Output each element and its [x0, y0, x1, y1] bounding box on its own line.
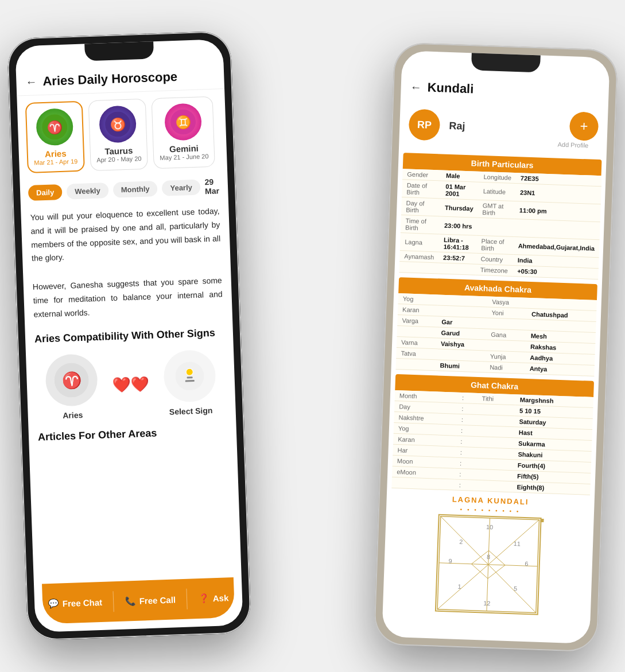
svg-line-14 — [488, 518, 539, 566]
chart-box: 10 11 6 5 12 1 9 2 8 — [435, 514, 542, 615]
phones-container: ← Aries Daily Horoscope ♈ Aries Mar 21 -… — [0, 0, 625, 672]
horoscope-para1: You will put your eloquence to excellent… — [21, 199, 231, 272]
gemini-dates: May 21 - June 20 — [160, 153, 208, 161]
svg-text:♈: ♈ — [61, 371, 82, 390]
svg-text:9: 9 — [448, 557, 452, 564]
right-phone-notch — [471, 53, 541, 72]
tab-yearly[interactable]: Yearly — [162, 179, 200, 196]
chat-icon: 💬 — [48, 599, 60, 609]
ghat-table: Month : Tithi Margshnsh Day : 5 10 15 Na… — [391, 390, 593, 495]
taurus-icon: ♉ — [99, 105, 137, 143]
svg-line-15 — [437, 563, 488, 611]
compat-circle-aries: ♈ — [45, 354, 98, 407]
svg-line-16 — [487, 565, 538, 613]
svg-text:10: 10 — [486, 523, 493, 530]
ask-label: Ask — [212, 593, 228, 603]
svg-text:8: 8 — [487, 553, 490, 560]
avakhada-table: Yog Vasya Karan Yoni Chatushpad Varga Ga… — [396, 293, 597, 376]
select-sign-circle[interactable] — [163, 349, 216, 402]
divider-2 — [187, 589, 188, 609]
svg-rect-10 — [187, 376, 193, 378]
right-phone-screen: ← Kundali RP Raj + Add Profile Birth Par… — [382, 51, 610, 644]
add-profile-button[interactable]: + — [569, 111, 599, 141]
svg-line-18 — [439, 563, 538, 566]
ask-icon: ❓ — [198, 593, 209, 604]
taurus-dates: Apr 20 - May 20 — [96, 155, 142, 164]
free-chat-button[interactable]: 💬 Free Chat — [48, 597, 103, 609]
svg-text:12: 12 — [483, 600, 490, 607]
svg-text:11: 11 — [514, 540, 521, 547]
tab-daily[interactable]: Daily — [28, 184, 63, 200]
svg-text:2: 2 — [459, 538, 463, 545]
left-phone-notch — [84, 41, 154, 61]
left-phone-screen: ← Aries Daily Horoscope ♈ Aries Mar 21 -… — [15, 39, 243, 632]
tab-monthly[interactable]: Monthly — [112, 181, 158, 198]
compat-right[interactable]: Select Sign — [163, 349, 217, 416]
bottom-bar: 💬 Free Chat 📞 Free Call ❓ Ask — [42, 577, 235, 624]
right-phone: ← Kundali RP Raj + Add Profile Birth Par… — [374, 42, 618, 652]
back-arrow-left[interactable]: ← — [25, 75, 37, 89]
call-label: Free Call — [139, 595, 176, 605]
svg-text:6: 6 — [525, 560, 528, 567]
svg-text:♊: ♊ — [175, 114, 192, 130]
birth-table: Gender Male Longitude 72E35 Date of Birt… — [399, 169, 601, 279]
svg-text:♈: ♈ — [46, 119, 63, 135]
tab-weekly[interactable]: Weekly — [67, 182, 108, 200]
svg-point-8 — [175, 361, 205, 391]
left-phone: ← Aries Daily Horoscope ♈ Aries Mar 21 -… — [7, 31, 251, 641]
gemini-icon: ♊ — [164, 103, 202, 141]
zodiac-card-gemini[interactable]: ♊ Gemini May 21 - June 20 — [152, 96, 215, 169]
date-label: 29 Mar — [204, 177, 220, 196]
divider-1 — [113, 591, 114, 612]
profile-name: Raj — [449, 119, 465, 132]
svg-point-9 — [186, 368, 193, 375]
add-profile-label: Add Profile — [557, 141, 597, 149]
page-title-right: Kundali — [427, 80, 474, 97]
hearts-icon: ❤️❤️ — [112, 375, 149, 394]
svg-rect-11 — [185, 380, 195, 382]
compat-left-label: Aries — [63, 410, 83, 419]
svg-line-13 — [439, 516, 490, 565]
svg-text:♉: ♉ — [110, 116, 126, 133]
profile-row: RP Raj + Add Profile — [399, 100, 608, 156]
zodiac-card-taurus[interactable]: ♉ Taurus Apr 20 - May 20 — [88, 99, 148, 171]
back-arrow-right[interactable]: ← — [410, 80, 422, 94]
zodiac-row: ♈ Aries Mar 21 - Apr 19 ♉ Taurus Apr 20 … — [17, 89, 227, 181]
svg-text:1: 1 — [457, 583, 461, 590]
aries-icon: ♈ — [36, 108, 73, 146]
call-icon: 📞 — [125, 596, 136, 607]
compat-right-label: Select Sign — [169, 406, 213, 417]
ask-button[interactable]: ❓ Ask — [198, 592, 228, 604]
zodiac-card-aries[interactable]: ♈ Aries Mar 21 - Apr 19 — [25, 101, 85, 173]
kundali-section: Birth Particulars Gender Male Longitude … — [382, 153, 606, 628]
aries-dates: Mar 21 - Apr 19 — [34, 158, 77, 166]
free-call-button[interactable]: 📞 Free Call — [125, 594, 176, 606]
kundali-chart: 10 11 6 5 12 1 9 2 8 — [387, 512, 589, 628]
compat-left: ♈ Aries — [45, 354, 99, 421]
avatar: RP — [409, 108, 441, 141]
svg-marker-28 — [471, 550, 506, 579]
horoscope-para2: However, Ganesha suggests that you spare… — [23, 268, 232, 328]
page-title-left: Aries Daily Horoscope — [42, 69, 178, 89]
svg-line-17 — [487, 518, 490, 611]
svg-rect-12 — [437, 516, 539, 613]
chat-label: Free Chat — [63, 597, 103, 608]
svg-text:5: 5 — [514, 585, 517, 592]
compatibility-row: ♈ Aries ❤️❤️ Select Si — [26, 343, 236, 427]
